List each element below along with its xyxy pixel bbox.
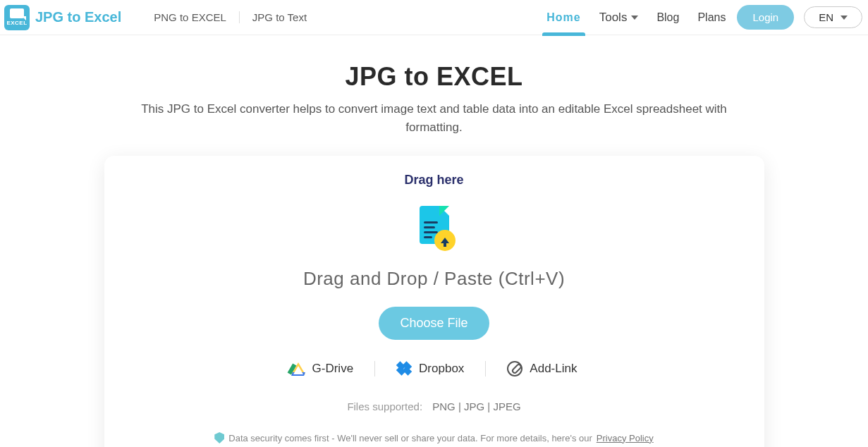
privacy-policy-link[interactable]: Privacy Policy: [597, 433, 654, 443]
page-subtitle: This JPG to Excel converter helps to con…: [124, 100, 745, 136]
login-button[interactable]: Login: [737, 5, 794, 30]
source-gdrive-label: G-Drive: [312, 362, 354, 376]
gdrive-icon: [291, 362, 305, 375]
nav-home[interactable]: Home: [546, 1, 580, 34]
shield-icon: [214, 432, 224, 443]
choose-file-button[interactable]: Choose File: [379, 307, 489, 340]
chevron-down-icon: [631, 16, 638, 20]
nav-tools-dropdown[interactable]: Tools: [599, 11, 639, 25]
upload-file-icon: [415, 206, 454, 250]
source-dropbox-label: Dropbox: [419, 362, 464, 376]
brand-logo[interactable]: EXCEL JPG to Excel: [4, 5, 121, 30]
chevron-down-icon: [841, 16, 848, 20]
nav-plans[interactable]: Plans: [697, 1, 726, 34]
security-notice: Data security comes first - We'll never …: [126, 432, 743, 443]
nav-link-jpg-to-text[interactable]: JPG to Text: [240, 11, 319, 23]
drag-drop-instructions: Drag and Drop / Paste (Ctrl+V): [126, 268, 743, 290]
source-dropbox[interactable]: Dropbox: [375, 361, 486, 376]
page-title: JPG to EXCEL: [0, 62, 868, 92]
upload-sources: G-Drive Dropbox Add-Link: [126, 361, 743, 376]
language-current: EN: [819, 11, 833, 23]
source-addlink-label: Add-Link: [530, 362, 577, 376]
supported-list: PNG | JPG | JPEG: [432, 400, 520, 412]
supported-label: Files supported:: [347, 400, 422, 412]
primary-nav: Home Tools Blog Plans: [546, 1, 726, 34]
logo-icon: EXCEL: [4, 5, 30, 30]
nav-blog[interactable]: Blog: [656, 1, 679, 34]
supported-formats: Files supported: PNG | JPG | JPEG: [126, 400, 743, 412]
secondary-nav: PNG to EXCEL JPG to Text: [141, 11, 319, 23]
language-selector[interactable]: EN: [804, 6, 862, 28]
header: EXCEL JPG to Excel PNG to EXCEL JPG to T…: [0, 0, 868, 35]
hero-section: JPG to EXCEL This JPG to Excel converter…: [0, 62, 868, 136]
security-text: Data security comes first - We'll never …: [228, 433, 592, 443]
drag-here-label: Drag here: [126, 173, 743, 188]
source-add-link[interactable]: Add-Link: [486, 361, 598, 376]
dropbox-icon: [396, 362, 412, 375]
brand-name: JPG to Excel: [35, 9, 121, 25]
source-gdrive[interactable]: G-Drive: [270, 361, 376, 376]
nav-tools-label: Tools: [599, 11, 628, 25]
nav-link-png-to-excel[interactable]: PNG to EXCEL: [141, 11, 240, 23]
upload-card: Drag here Drag and Drop / Paste (Ctrl+V)…: [104, 156, 764, 447]
link-icon: [504, 357, 526, 379]
